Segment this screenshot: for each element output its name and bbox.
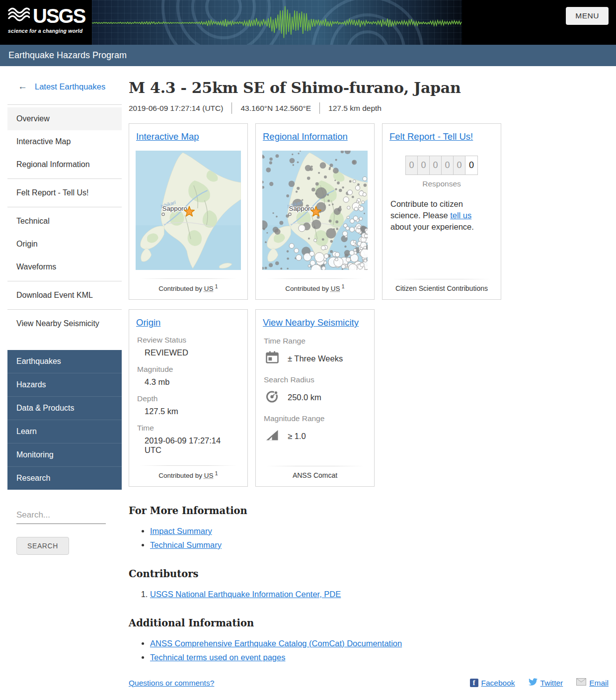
felt-report-card: Felt Report - Tell Us! 0 0 0 0 0 0 Respo… <box>382 123 501 300</box>
attribution-source-link[interactable]: US <box>331 285 340 292</box>
field-value: ≥ 1.0 <box>288 432 306 441</box>
technical-summary-link[interactable]: Technical Summary <box>150 540 222 549</box>
main-content: M 4.3 - 25km SE of Shimo-furano, Japan 2… <box>129 66 609 688</box>
search-button[interactable]: SEARCH <box>16 537 69 555</box>
sidebar-item-origin[interactable]: Origin <box>7 233 122 256</box>
back-arrow-icon: ← <box>18 81 27 92</box>
attribution-footnote: 1 <box>342 283 345 289</box>
contributor-link[interactable]: USGS National Earthquake Information Cen… <box>150 590 341 599</box>
interactive-map-card: Interactive Map Contributed by US1 <box>129 123 248 300</box>
responses-odometer: 0 0 0 0 0 0 <box>405 156 478 175</box>
contributors-list: USGS National Earthquake Information Cen… <box>129 590 609 599</box>
sidebar-item-interactive-map[interactable]: Interactive Map <box>7 130 122 153</box>
divider <box>7 178 122 179</box>
additional-information-heading: Additional Information <box>129 617 609 629</box>
card-footer: Citizen Scientist Contributions <box>383 274 501 299</box>
attribution-footnote: 1 <box>215 283 218 289</box>
nearby-field: Search Radius 250.0 km <box>264 375 366 406</box>
menu-item-hazards[interactable]: Hazards <box>7 373 122 397</box>
regional-map-thumbnail[interactable] <box>262 151 368 270</box>
divider <box>7 281 122 281</box>
felt-text-post: about your experience. <box>390 222 474 231</box>
tell-us-link[interactable]: tell us <box>450 211 471 220</box>
field-value: 2019-06-09 17:27:14 UTC <box>137 436 239 455</box>
field-value: ± Three Weeks <box>288 354 343 363</box>
contributors-heading: Contributors <box>129 568 609 580</box>
facebook-label: Facebook <box>481 679 515 688</box>
menu-button[interactable]: MENU <box>566 7 609 25</box>
odometer-digit: 0 <box>418 156 430 175</box>
card-footer: Contributed by US1 <box>256 274 374 300</box>
odometer-digit: 0 <box>406 156 418 175</box>
card-footer: Contributed by US1 <box>129 274 247 300</box>
interactive-map-thumbnail[interactable] <box>136 151 241 270</box>
field-label: Search Radius <box>264 375 366 384</box>
email-link[interactable]: Email <box>576 678 609 688</box>
menu-item-data-products[interactable]: Data & Products <box>7 397 122 420</box>
origin-field: Depth 127.5 km <box>137 394 239 416</box>
view-nearby-seismicity-card: View Nearby Seismicity Time Range <box>255 309 375 487</box>
regional-information-link[interactable]: Regional Information <box>263 131 348 142</box>
event-meta: 2019-06-09 17:27:14 (UTC) 43.160°N 142.5… <box>129 102 609 114</box>
field-label: Time Range <box>264 337 366 346</box>
program-bar-title: Earthquake Hazards Program <box>0 45 616 66</box>
odometer-digit: 0 <box>454 156 465 175</box>
sidebar-item-technical[interactable]: Technical <box>7 210 122 233</box>
search-input[interactable] <box>16 508 106 524</box>
field-label: Magnitude Range <box>264 414 366 423</box>
facebook-icon: f <box>470 679 478 687</box>
sidebar-item-view-nearby-seismicity[interactable]: View Nearby Seismicity <box>7 312 122 335</box>
menu-item-monitoring[interactable]: Monitoring <box>7 443 122 467</box>
sidebar-item-regional-information[interactable]: Regional Information <box>7 153 122 176</box>
usgs-logo[interactable]: USGS science for a changing world <box>0 0 92 45</box>
odometer-digit: 0 <box>430 156 442 175</box>
list-item: Impact Summary <box>150 526 609 536</box>
menu-item-research[interactable]: Research <box>7 467 122 490</box>
attribution-source-link[interactable]: US <box>204 285 214 292</box>
field-label: Time <box>137 424 239 433</box>
felt-report-description: Contribute to citizen science. Please te… <box>383 198 501 233</box>
back-to-latest-earthquakes-link[interactable]: ← Latest Earthquakes <box>7 77 122 102</box>
sidebar: ← Latest Earthquakes Overview Interactiv… <box>7 66 122 555</box>
sidebar-item-overview[interactable]: Overview <box>7 107 122 130</box>
facebook-link[interactable]: f Facebook <box>470 679 515 688</box>
sidebar-item-waveforms[interactable]: Waveforms <box>7 256 122 278</box>
felt-report-link[interactable]: Felt Report - Tell Us! <box>389 131 473 142</box>
origin-field: Review Status REVIEWED <box>137 336 239 357</box>
divider <box>7 207 122 207</box>
odometer-digit: 0 <box>442 156 454 175</box>
list-item: ANSS Comprehensive Earthquake Catalog (C… <box>150 639 609 648</box>
usgs-tagline: science for a changing world <box>8 28 92 34</box>
more-information-list: Impact Summary Technical Summary <box>129 526 609 550</box>
menu-item-learn[interactable]: Learn <box>7 420 122 443</box>
nearby-field: Magnitude Range ≥ 1.0 <box>264 414 366 444</box>
menu-item-earthquakes[interactable]: Earthquakes <box>7 350 122 373</box>
event-time: 2019-06-09 17:27:14 (UTC) <box>129 104 223 113</box>
card-footer: ANSS Comcat <box>256 461 374 486</box>
attribution-footnote: 1 <box>215 470 218 476</box>
twitter-icon <box>529 678 538 688</box>
email-label: Email <box>589 679 609 688</box>
sidebar-item-felt-report[interactable]: Felt Report - Tell Us! <box>7 181 122 204</box>
field-value: 250.0 km <box>288 393 321 402</box>
impact-summary-link[interactable]: Impact Summary <box>150 526 212 535</box>
comcat-documentation-link[interactable]: ANSS Comprehensive Earthquake Catalog (C… <box>150 639 402 648</box>
technical-terms-link[interactable]: Technical terms used on event pages <box>150 653 285 662</box>
social-links: f Facebook Twitter <box>470 678 609 688</box>
event-coordinates: 43.160°N 142.560°E <box>240 104 311 113</box>
interactive-map-link[interactable]: Interactive Map <box>136 131 199 142</box>
sidebar-item-download-kml[interactable]: Download Event KML <box>7 284 122 307</box>
calendar-icon <box>265 350 280 367</box>
additional-information-list: ANSS Comprehensive Earthquake Catalog (C… <box>129 639 609 662</box>
twitter-link[interactable]: Twitter <box>529 678 563 688</box>
view-nearby-seismicity-link[interactable]: View Nearby Seismicity <box>263 317 359 328</box>
site-nav-menu: Earthquakes Hazards Data & Products Lear… <box>7 350 122 490</box>
origin-field: Time 2019-06-09 17:27:14 UTC <box>137 424 239 455</box>
attribution-source-link[interactable]: US <box>204 472 214 479</box>
field-label: Depth <box>137 394 239 403</box>
list-item: Technical terms used on event pages <box>150 653 609 662</box>
origin-link[interactable]: Origin <box>136 317 160 328</box>
questions-or-comments-link[interactable]: Questions or comments? <box>129 679 214 688</box>
seismograph-banner <box>92 0 462 45</box>
field-label: Review Status <box>137 336 239 345</box>
